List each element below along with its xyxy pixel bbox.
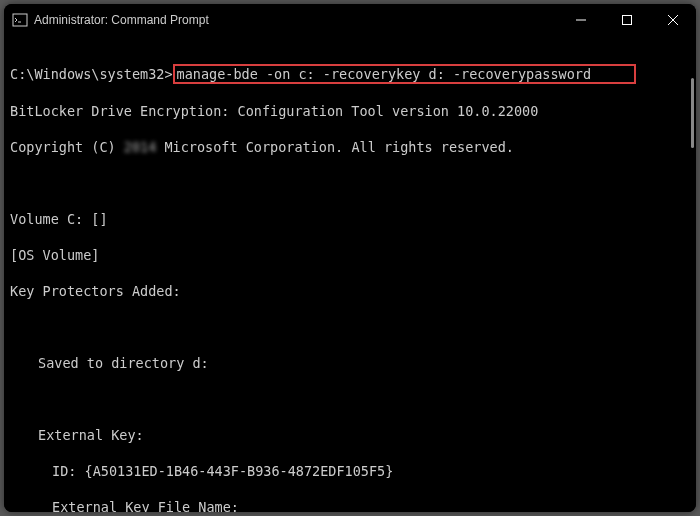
window-controls [558, 4, 696, 36]
command-text: manage-bde -on c: -recoverykey d: -recov… [177, 66, 592, 82]
titlebar[interactable]: Administrator: Command Prompt [4, 4, 696, 36]
maximize-button[interactable] [604, 4, 650, 36]
svg-rect-0 [13, 14, 27, 26]
command-highlight: manage-bde -on c: -recoverykey d: -recov… [173, 64, 636, 84]
scrollbar[interactable] [691, 78, 694, 148]
output-line: [OS Volume] [10, 246, 688, 264]
output-line: ID: {A50131ED-1B46-443F-B936-4872EDF105F… [10, 462, 688, 480]
output-line: Saved to directory d: [10, 354, 688, 372]
output-line: BitLocker Drive Encryption: Configuratio… [10, 102, 688, 120]
command-prompt-window: Administrator: Command Prompt C:\Windows… [4, 4, 696, 512]
output-line: Copyright (C) 2014 Microsoft Corporation… [10, 138, 688, 156]
close-button[interactable] [650, 4, 696, 36]
minimize-button[interactable] [558, 4, 604, 36]
cmd-icon [12, 12, 28, 28]
terminal-output[interactable]: C:\Windows\system32>manage-bde -on c: -r… [4, 36, 696, 512]
output-line: Volume C: [] [10, 210, 688, 228]
window-title: Administrator: Command Prompt [34, 13, 558, 27]
output-line: External Key: [10, 426, 688, 444]
output-line: Key Protectors Added: [10, 282, 688, 300]
output-line: External Key File Name: [10, 498, 688, 512]
svg-rect-3 [623, 16, 632, 25]
prompt-path: C:\Windows\system32> [10, 66, 173, 82]
